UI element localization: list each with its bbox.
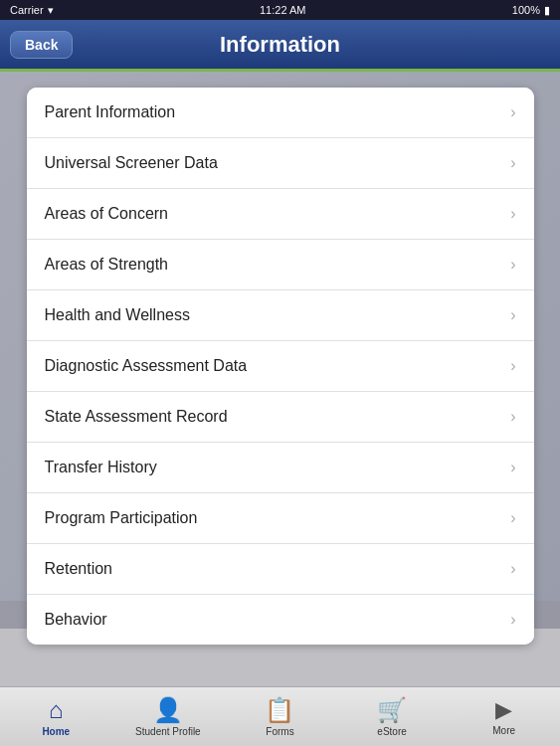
menu-item-label-transfer-history: Transfer History [45,459,157,476]
tab-forms-label: Forms [266,726,293,737]
carrier-label: Carrier [10,4,44,16]
menu-item-label-diagnostic-assessment-data: Diagnostic Assessment Data [45,357,248,375]
chevron-icon-parent-information: › [510,103,515,121]
status-time: 11:22 AM [260,4,305,16]
menu-item-program-participation[interactable]: Program Participation › [27,493,534,544]
menu-item-parent-information[interactable]: Parent Information › [27,88,534,138]
content-area: Parent Information › Universal Screener … [0,72,560,629]
menu-card: Parent Information › Universal Screener … [27,88,534,645]
chevron-icon-universal-screener-data: › [510,154,515,172]
home-icon: ⌂ [49,696,64,724]
status-battery: 100% ▮ [512,4,550,17]
menu-item-universal-screener-data[interactable]: Universal Screener Data › [27,138,534,189]
chevron-icon-transfer-history: › [510,459,515,476]
chevron-icon-retention: › [510,560,515,578]
chevron-icon-program-participation: › [510,509,515,527]
menu-item-areas-of-strength[interactable]: Areas of Strength › [27,240,534,290]
menu-item-label-areas-of-strength: Areas of Strength [45,256,169,274]
estore-icon: 🛒 [377,696,407,724]
tab-more-label: More [492,725,515,736]
chevron-icon-areas-of-strength: › [510,256,515,274]
chevron-icon-diagnostic-assessment-data: › [510,357,515,375]
battery-label: 100% [512,4,540,16]
tab-student-profile[interactable]: 👤 Student Profile [112,687,225,746]
signal-icon: ▾ [48,4,54,17]
nav-bar: Back Information [0,20,560,72]
menu-item-label-state-assessment-record: State Assessment Record [45,408,228,426]
tab-estore-label: eStore [377,726,406,737]
more-icon: ▶ [495,697,512,723]
tab-estore[interactable]: 🛒 eStore [336,687,449,746]
menu-item-health-and-wellness[interactable]: Health and Wellness › [27,290,534,341]
menu-item-label-areas-of-concern: Areas of Concern [45,205,169,223]
tab-more[interactable]: ▶ More [448,687,560,746]
menu-item-label-retention: Retention [45,560,113,578]
tab-student-profile-label: Student Profile [135,726,201,737]
tab-home[interactable]: ⌂ Home [0,687,112,746]
menu-item-label-parent-information: Parent Information [45,103,176,121]
menu-item-transfer-history[interactable]: Transfer History › [27,443,534,493]
menu-item-diagnostic-assessment-data[interactable]: Diagnostic Assessment Data › [27,341,534,392]
chevron-icon-behavior: › [510,611,515,629]
menu-item-label-behavior: Behavior [45,611,107,629]
menu-item-label-health-and-wellness: Health and Wellness [45,306,190,324]
menu-item-behavior[interactable]: Behavior › [27,595,534,645]
menu-item-label-program-participation: Program Participation [45,509,198,527]
student-profile-icon: 👤 [153,696,183,724]
chevron-icon-areas-of-concern: › [510,205,515,223]
chevron-icon-state-assessment-record: › [510,408,515,426]
tab-home-label: Home [42,726,70,737]
battery-icon: ▮ [544,4,550,17]
menu-item-state-assessment-record[interactable]: State Assessment Record › [27,392,534,443]
forms-icon: 📋 [265,696,294,724]
tab-bar: ⌂ Home 👤 Student Profile 📋 Forms 🛒 eStor… [0,686,560,746]
menu-item-label-universal-screener-data: Universal Screener Data [45,154,218,172]
chevron-icon-health-and-wellness: › [510,306,515,324]
page-title: Information [220,32,340,58]
back-button[interactable]: Back [10,31,73,59]
status-bar: Carrier ▾ 11:22 AM 100% ▮ [0,0,560,20]
menu-item-retention[interactable]: Retention › [27,544,534,595]
status-carrier: Carrier ▾ [10,4,54,17]
menu-list: Parent Information › Universal Screener … [27,88,534,645]
tab-forms[interactable]: 📋 Forms [224,687,336,746]
menu-item-areas-of-concern[interactable]: Areas of Concern › [27,189,534,240]
